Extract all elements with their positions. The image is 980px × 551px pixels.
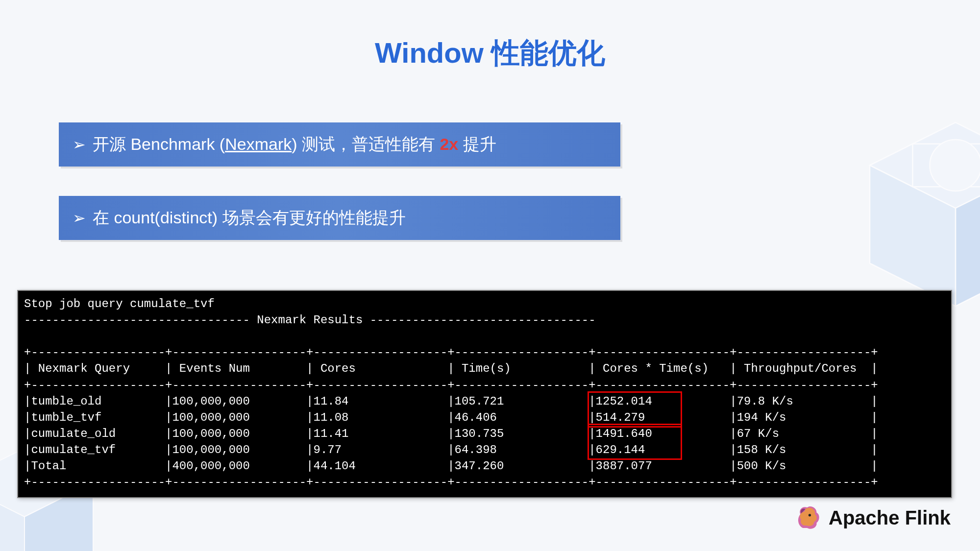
bullet2-text: 在 count(distinct) 场景会有更好的性能提升	[93, 208, 406, 227]
footer-text: Apache Flink	[829, 507, 951, 529]
page-title: Window 性能优化	[0, 34, 980, 72]
bullet-count-distinct: ➢在 count(distinct) 场景会有更好的性能提升	[59, 196, 620, 240]
bullet1-highlight: 2x	[440, 135, 458, 153]
bullet-benchmark: ➢开源 Benchmark (Nexmark) 测试，普适性能有 2x 提升	[59, 122, 620, 167]
bullet1-suffix: 提升	[458, 135, 496, 153]
terminal-output: Stop job query cumulate_tvf ------------…	[17, 290, 952, 498]
arrow-icon: ➢	[73, 209, 86, 227]
svg-point-5	[930, 140, 980, 191]
bullet1-link: Nexmark	[225, 135, 292, 153]
footer-logo: Apache Flink	[794, 504, 951, 531]
svg-point-10	[808, 514, 811, 516]
arrow-icon: ➢	[73, 136, 86, 153]
bullet1-prefix: 开源 Benchmark (	[93, 135, 225, 153]
flink-squirrel-icon	[794, 504, 822, 531]
bullet1-mid: ) 测试，普适性能有	[292, 135, 440, 153]
